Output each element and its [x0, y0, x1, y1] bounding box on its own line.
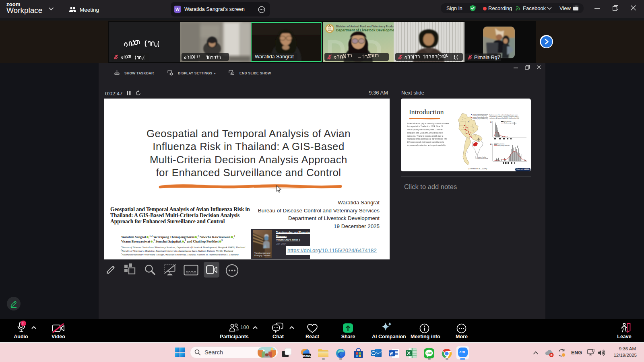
svg-text:Daily detections: Daily detections [497, 143, 505, 145]
svg-text:avian cases in December: avian cases in December [477, 158, 488, 159]
svg-text:M365: M365 [303, 354, 311, 358]
svg-text:outbreaks (January-May 2004): outbreaks (January-May 2004) [473, 115, 487, 117]
svg-text:Weekly average detections: Weekly average detections [497, 145, 510, 146]
svg-text:Weekly average detections: Weekly average detections [504, 122, 517, 124]
svg-text:A: A [490, 121, 492, 123]
svg-text:Daily detections: Daily detections [504, 121, 512, 122]
svg-text:outbreaks (July-December 2004): outbreaks (July-December 2004) [473, 118, 488, 119]
svg-text:Location of notified: Location of notified [477, 156, 486, 158]
svg-text:B: B [490, 144, 492, 146]
svg-text:LINE: LINE [427, 352, 432, 354]
svg-text:Emerging Diseases: Emerging Diseases [254, 255, 271, 257]
svg-text:Location of reported avian inf: Location of reported avian influenza [473, 117, 488, 118]
svg-text:Division of Animal Feed and Ve: Division of Animal Feed and Veterinary P… [336, 25, 394, 28]
svg-text:notifications. A) January-May: notifications. A) January-May 2004. B) J… [489, 117, 519, 119]
svg-text:Transboundary and: Transboundary and [254, 252, 270, 254]
svg-text:Location of reported avian inf: Location of reported avian influenza [473, 114, 488, 115]
svg-text:Department of Livestock Develo: Department of Livestock Development [336, 28, 394, 32]
